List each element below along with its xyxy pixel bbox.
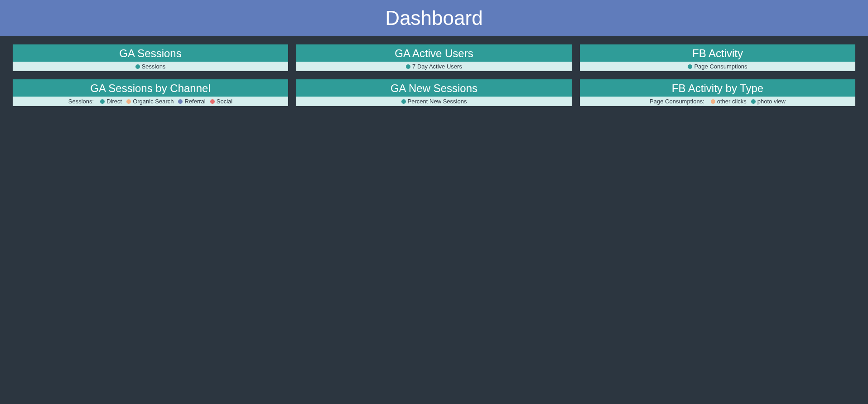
legend-label: Page Consumptions xyxy=(694,63,747,70)
legend-swatch xyxy=(100,99,105,104)
header-banner: Dashboard xyxy=(0,0,868,36)
legend-item: Referral xyxy=(178,98,205,105)
card-ga-sessions: GA Sessions Sessions 0501001502002503003… xyxy=(13,44,288,71)
legend-swatch xyxy=(210,99,215,104)
legend-group-label: Page Consumptions: xyxy=(650,98,704,105)
card-ga-active-users: GA Active Users 7 Day Active Users 01020… xyxy=(296,44,572,71)
legend-item: Direct xyxy=(100,98,122,105)
card-title: GA Active Users xyxy=(296,44,572,62)
legend-item: Page Consumptions xyxy=(688,63,747,70)
legend-item: other clicks xyxy=(711,98,747,105)
legend-label: Social xyxy=(217,98,232,105)
legend-swatch xyxy=(135,64,140,69)
legend-label: Referral xyxy=(184,98,205,105)
legend-swatch xyxy=(406,64,410,69)
legend-item: Percent New Sessions xyxy=(401,98,467,105)
card-title: FB Activity by Type xyxy=(580,79,855,97)
card-title: FB Activity xyxy=(580,44,855,62)
legend-item: Sessions xyxy=(135,63,166,70)
page-title: Dashboard xyxy=(385,7,482,29)
legend-item: Social xyxy=(210,98,232,105)
card-fb-activity-type: FB Activity by Type Page Consumptions:ot… xyxy=(580,79,855,106)
legend-item: Organic Search xyxy=(126,98,174,105)
card-ga-sessions-channel: GA Sessions by Channel Sessions:DirectOr… xyxy=(13,79,288,106)
legend-label: other clicks xyxy=(717,98,747,105)
legend-label: Direct xyxy=(106,98,122,105)
legend-bar: 7 Day Active Users xyxy=(296,62,572,71)
legend-item: 7 Day Active Users xyxy=(406,63,462,70)
legend-bar: Page Consumptions xyxy=(580,62,855,71)
legend-bar: Sessions xyxy=(13,62,288,71)
legend-label: 7 Day Active Users xyxy=(412,63,462,70)
legend-bar: Percent New Sessions xyxy=(296,97,572,106)
dashboard-grid: GA Sessions Sessions 0501001502002503003… xyxy=(0,36,868,114)
legend-swatch xyxy=(711,99,715,104)
card-title: GA New Sessions xyxy=(296,79,572,97)
legend-item: photo view xyxy=(751,98,786,105)
legend-swatch xyxy=(126,99,131,104)
card-title: GA Sessions by Channel xyxy=(13,79,288,97)
legend-swatch xyxy=(401,99,406,104)
legend-swatch xyxy=(688,64,692,69)
legend-group-label: Sessions: xyxy=(68,98,94,105)
legend-swatch xyxy=(751,99,756,104)
legend-bar: Page Consumptions:other clicksphoto view xyxy=(580,97,855,106)
legend-label: Organic Search xyxy=(133,98,174,105)
legend-swatch xyxy=(178,99,183,104)
legend-label: Sessions xyxy=(142,63,166,70)
legend-label: photo view xyxy=(757,98,786,105)
legend-label: Percent New Sessions xyxy=(408,98,467,105)
card-fb-activity: FB Activity Page Consumptions 0501001502… xyxy=(580,44,855,71)
card-title: GA Sessions xyxy=(13,44,288,62)
legend-bar: Sessions:DirectOrganic SearchReferralSoc… xyxy=(13,97,288,106)
card-ga-new-sessions: GA New Sessions Percent New Sessions 0%1… xyxy=(296,79,572,106)
